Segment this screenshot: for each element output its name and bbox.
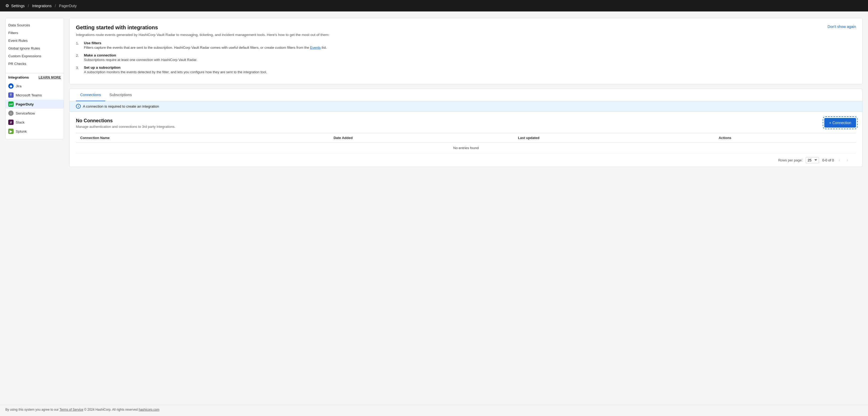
learn-more-link[interactable]: LEARN MORE	[39, 76, 61, 79]
connections-title-area: No Connections Manage authentication and…	[76, 118, 176, 129]
sidebar-link-event-rules[interactable]: Event Rules	[6, 37, 64, 44]
table-header: Connection Name Date Added Last updated …	[76, 133, 856, 143]
pagerduty-breadcrumb: PagerDuty	[59, 4, 77, 8]
table-header-row: Connection Name Date Added Last updated …	[76, 133, 856, 143]
info-banner: i A connection is required to create an …	[69, 101, 862, 111]
rows-per-page-select[interactable]: 10 25 50 100	[806, 157, 819, 163]
hashicorp-link[interactable]: hashicorp.com	[138, 408, 159, 412]
jira-label: Jira	[16, 84, 22, 88]
sidebar-item-custom-expressions[interactable]: Custom Expressions	[6, 52, 64, 60]
dont-show-again-link[interactable]: Don't show again	[828, 25, 856, 29]
getting-started-card: Getting started with integrations Don't …	[69, 18, 863, 85]
sidebar-link-splunk[interactable]: ▶ Splunk	[6, 127, 64, 136]
col-last-updated: Last updated	[514, 133, 714, 143]
connections-section: No Connections Manage authentication and…	[69, 111, 862, 167]
tab-subscriptions[interactable]: Subscriptions	[105, 89, 136, 101]
rows-per-page-selector: 10 25 50 100	[806, 157, 819, 163]
table-body: No entries found	[76, 143, 856, 153]
sidebar-link-global-ignore[interactable]: Global Ignore Rules	[6, 44, 64, 52]
col-date-added: Date Added	[329, 133, 514, 143]
footer: By using this system you agree to our Te…	[0, 405, 868, 414]
sidebar-item-pagerduty[interactable]: pd PagerDuty	[6, 100, 64, 109]
sidebar-link-jira[interactable]: ◆ Jira	[6, 82, 64, 91]
step-1: 1. Use filters Filters capture the event…	[76, 41, 856, 50]
info-message: A connection is required to create an in…	[83, 104, 159, 108]
tabs-card: Connections Subscriptions i A connection…	[69, 89, 863, 167]
connections-top: No Connections Manage authentication and…	[76, 118, 856, 129]
sidebar: Data Sources Filters Event Rules Global …	[5, 18, 64, 398]
sidebar-link-filters[interactable]: Filters	[6, 29, 64, 37]
sidebar-link-pr-checks[interactable]: PR Checks	[6, 60, 64, 68]
pagination-row: Rows per page: 10 25 50 100 0-0 of 0 ‹ ›	[76, 153, 856, 167]
sidebar-item-data-sources[interactable]: Data Sources	[6, 21, 64, 29]
step-1-num: 1.	[76, 41, 81, 45]
next-page-button[interactable]: ›	[845, 157, 849, 163]
terms-of-service-link[interactable]: Terms of Service	[59, 408, 83, 412]
sidebar-item-global-ignore-rules[interactable]: Global Ignore Rules	[6, 44, 64, 52]
add-connection-button[interactable]: + Connection	[824, 118, 856, 128]
info-icon: i	[76, 104, 81, 109]
msteams-icon: T	[8, 92, 13, 98]
sidebar-box: Data Sources Filters Event Rules Global …	[5, 18, 64, 139]
steps-list: 1. Use filters Filters capture the event…	[76, 41, 856, 74]
page-range: 0-0 of 0	[822, 158, 834, 162]
integrations-header: Integrations LEARN MORE	[6, 73, 64, 82]
step-2-content: Make a connection Subscriptions require …	[84, 53, 197, 62]
sidebar-item-jira[interactable]: ◆ Jira	[6, 82, 64, 91]
step-3-desc: A subscription monitors the events detec…	[84, 70, 267, 74]
step-2-desc: Subscriptions require at least one conne…	[84, 58, 197, 62]
sidebar-link-data-sources[interactable]: Data Sources	[6, 21, 64, 29]
splunk-label: Splunk	[16, 129, 27, 133]
settings-gear-icon: ⚙	[5, 3, 9, 8]
step-1-content: Use filters Filters capture the events t…	[84, 41, 327, 50]
main-container: Data Sources Filters Event Rules Global …	[0, 11, 868, 405]
sidebar-link-slack[interactable]: # Slack	[6, 118, 64, 127]
sidebar-item-slack[interactable]: # Slack	[6, 118, 64, 127]
servicenow-icon: ○	[8, 110, 13, 116]
connections-table: Connection Name Date Added Last updated …	[76, 133, 856, 153]
sidebar-link-pagerduty[interactable]: pd PagerDuty	[6, 100, 64, 109]
step-2-num: 2.	[76, 53, 81, 58]
integration-list: ◆ Jira T Microsoft Teams pd PagerDuty	[6, 82, 64, 136]
sidebar-item-splunk[interactable]: ▶ Splunk	[6, 127, 64, 136]
sidebar-link-custom-expressions[interactable]: Custom Expressions	[6, 52, 64, 60]
slack-icon: #	[8, 120, 13, 125]
sidebar-item-pr-checks[interactable]: PR Checks	[6, 60, 64, 68]
breadcrumb-sep-1: /	[28, 4, 29, 8]
step-3-content: Set up a subscription A subscription mon…	[84, 66, 267, 74]
integrations-breadcrumb[interactable]: Integrations	[32, 4, 52, 8]
sidebar-item-microsoft-teams[interactable]: T Microsoft Teams	[6, 91, 64, 100]
events-link[interactable]: Events	[310, 45, 321, 50]
jira-icon: ◆	[8, 83, 13, 89]
sidebar-link-servicenow[interactable]: ○ ServiceNow	[6, 109, 64, 118]
step-3-title: Set up a subscription	[84, 66, 267, 69]
pagerduty-icon: pd	[8, 101, 13, 107]
breadcrumb-sep-2: /	[55, 4, 56, 8]
table-container: Connection Name Date Added Last updated …	[76, 133, 856, 153]
no-entries-row: No entries found	[76, 143, 856, 153]
no-entries-cell: No entries found	[76, 143, 856, 153]
tab-connections[interactable]: Connections	[76, 89, 105, 101]
step-2-title: Make a connection	[84, 53, 197, 57]
getting-started-header: Getting started with integrations Don't …	[76, 25, 856, 31]
prev-page-button[interactable]: ‹	[837, 157, 842, 163]
footer-text-middle: © 2024 HashiCorp. All rights reserved	[84, 408, 138, 412]
step-1-title: Use filters	[84, 41, 327, 45]
tabs-header: Connections Subscriptions	[69, 89, 862, 101]
sidebar-item-filters[interactable]: Filters	[6, 29, 64, 37]
sidebar-item-servicenow[interactable]: ○ ServiceNow	[6, 109, 64, 118]
getting-started-description: Integrations route events generated by H…	[76, 33, 856, 37]
step-3: 3. Set up a subscription A subscription …	[76, 66, 856, 74]
tab-content-connections: i A connection is required to create an …	[69, 101, 862, 167]
no-connections-desc: Manage authentication and connections to…	[76, 125, 176, 129]
sidebar-item-event-rules[interactable]: Event Rules	[6, 37, 64, 44]
sidebar-link-msteams[interactable]: T Microsoft Teams	[6, 91, 64, 100]
col-connection-name: Connection Name	[76, 133, 329, 143]
col-actions: Actions	[714, 133, 856, 143]
slack-label: Slack	[16, 120, 25, 124]
pagerduty-label: PagerDuty	[16, 102, 34, 106]
settings-breadcrumb[interactable]: Settings	[11, 4, 25, 8]
rows-per-page-label: Rows per page:	[778, 158, 802, 162]
getting-started-title: Getting started with integrations	[76, 25, 158, 31]
servicenow-label: ServiceNow	[16, 111, 35, 115]
